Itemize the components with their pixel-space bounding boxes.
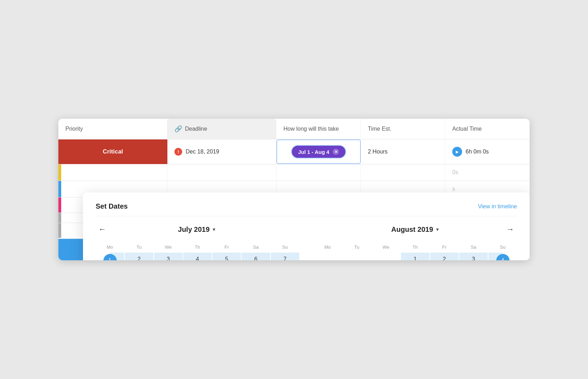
aug-3[interactable]: 3	[459, 253, 488, 260]
header-deadline: 🔗 Deadline	[167, 119, 276, 139]
header-row: Priority 🔗 Deadline How long will this t…	[58, 119, 530, 139]
popup-title: Set Dates	[96, 202, 128, 210]
right-month-dropdown-arrow: ▼	[435, 227, 440, 232]
aug-4-inner: 4	[496, 254, 510, 260]
prev-month-button[interactable]: ←	[96, 223, 109, 235]
actual-time-cell-1: ▶ 6h 0m 0s	[445, 139, 530, 164]
time-est-value-1: 2 Hours	[368, 149, 388, 155]
close-date-range-button[interactable]: ✕	[333, 149, 339, 155]
aug-empty-2	[343, 253, 371, 260]
duration-cell-2	[276, 164, 361, 181]
header-actual-time: Actual Time	[445, 119, 530, 139]
actual-time-2: 0s	[452, 169, 458, 176]
aug-header-th: Th	[401, 242, 429, 252]
jul-1-inner: 1	[103, 254, 117, 260]
day-header-fr: Fr	[212, 242, 241, 252]
deadline-warning-icon: !	[174, 148, 182, 156]
actual-time-cell-2: 0s	[445, 164, 530, 181]
header-duration: How long will this take	[276, 119, 361, 139]
aug-2[interactable]: 2	[430, 253, 459, 260]
left-calendar: ← July 2019 ▼ Mo Tu We Th Fr	[96, 223, 299, 260]
actual-time-value-1: 6h 0m 0s	[466, 149, 489, 155]
jul-6[interactable]: 6	[242, 253, 270, 260]
deadline-date-1: Dec 18, 2019	[186, 149, 219, 155]
time-est-cell-2	[361, 164, 445, 181]
right-calendar-nav: August 2019 ▼ →	[313, 223, 517, 235]
aug-header-tu: Tu	[343, 242, 371, 252]
app-container: Priority 🔗 Deadline How long will this t…	[58, 119, 530, 260]
day-header-mo: Mo	[96, 242, 124, 252]
date-range-cell-1[interactable]: Jul 1 - Aug 4 ✕	[276, 139, 361, 164]
right-calendar-grid: Mo Tu We Th Fr Sa Su 1 2 3	[313, 242, 517, 260]
right-month-label: August 2019	[391, 226, 433, 234]
deadline-cell-1: ! Dec 18, 2019	[167, 139, 276, 164]
day-header-we: We	[154, 242, 183, 252]
link-icon: 🔗	[174, 125, 182, 133]
left-month-dropdown-arrow: ▼	[212, 227, 216, 232]
priority-cell-2	[58, 164, 167, 181]
header-priority: Priority	[58, 119, 167, 139]
left-month-label: July 2019	[178, 226, 210, 234]
header-duration-label: How long will this take	[283, 126, 339, 132]
aug-header-su: Su	[488, 242, 517, 252]
priority-critical: Critical	[58, 139, 167, 164]
date-range-badge[interactable]: Jul 1 - Aug 4 ✕	[291, 145, 346, 158]
view-timeline-button[interactable]: View in timeline	[478, 203, 517, 210]
header-deadline-label: Deadline	[185, 126, 207, 132]
jul-2[interactable]: 2	[125, 253, 153, 260]
day-header-su: Su	[271, 242, 299, 252]
time-est-cell-1: 2 Hours	[361, 139, 445, 164]
jul-1[interactable]: 1	[96, 253, 124, 260]
deadline-cell-2	[167, 164, 276, 181]
calendars-grid: ← July 2019 ▼ Mo Tu We Th Fr	[96, 223, 517, 260]
header-time-est-label: Time Est.	[368, 126, 391, 132]
jul-7[interactable]: 7	[271, 253, 299, 260]
day-header-th: Th	[183, 242, 212, 252]
right-calendar: August 2019 ▼ → Mo Tu We Th Fr Sa Su	[313, 223, 517, 260]
left-month-title[interactable]: July 2019 ▼	[178, 226, 216, 234]
play-button-1[interactable]: ▶	[452, 147, 462, 157]
left-calendar-grid: Mo Tu We Th Fr Sa Su 1 2 3 4	[96, 242, 299, 260]
calendar-popup: Set Dates View in timeline ← July 2019 ▼	[83, 192, 530, 260]
header-actual-time-label: Actual Time	[452, 126, 482, 132]
day-header-sa: Sa	[242, 242, 270, 252]
aug-header-sa: Sa	[459, 242, 488, 252]
right-month-title[interactable]: August 2019 ▼	[391, 226, 440, 234]
data-row-2: 0s	[58, 164, 530, 181]
left-calendar-nav: ← July 2019 ▼	[96, 223, 299, 235]
aug-header-fr: Fr	[430, 242, 459, 252]
header-time-est: Time Est.	[361, 119, 445, 139]
popup-header: Set Dates View in timeline	[96, 202, 517, 216]
next-month-button[interactable]: →	[504, 223, 517, 235]
jul-4[interactable]: 4	[183, 253, 212, 260]
jul-3[interactable]: 3	[154, 253, 183, 260]
priority-critical-label: Critical	[103, 148, 123, 155]
aug-empty-3	[372, 253, 400, 260]
data-row-critical: Critical ! Dec 18, 2019 Jul 1 - Aug 4 ✕ …	[58, 139, 530, 164]
aug-header-we: We	[372, 242, 400, 252]
header-priority-label: Priority	[65, 126, 83, 132]
date-range-text: Jul 1 - Aug 4	[298, 149, 330, 155]
aug-4[interactable]: 4	[488, 253, 517, 260]
actual-time-3: s	[452, 186, 455, 192]
jul-5[interactable]: 5	[212, 253, 241, 260]
aug-1[interactable]: 1	[401, 253, 429, 260]
day-header-tu: Tu	[125, 242, 153, 252]
aug-header-mo: Mo	[313, 242, 342, 252]
aug-empty-1	[313, 253, 342, 260]
